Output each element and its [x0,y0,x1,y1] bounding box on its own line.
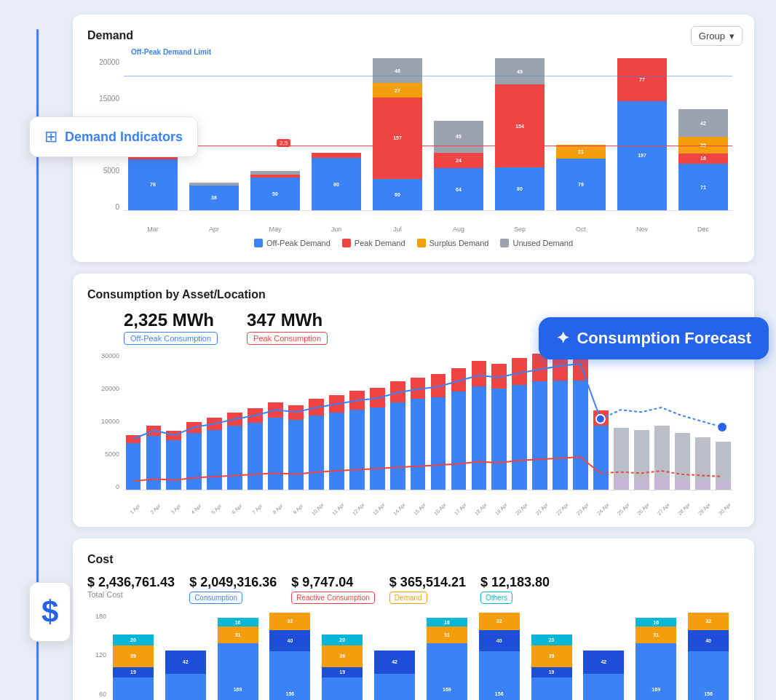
total-cost-stat: $ 2,436,761.43 Total Cost [87,575,175,604]
demand-x-label: May [246,226,304,233]
bar-peak-cons [431,374,446,397]
bar-cons [472,386,487,490]
cost-bar-bar-cost-cons: 107 [322,677,363,700]
cons-bar-group [368,352,387,490]
cost-bar-group: 42114 [162,613,210,700]
consumption-cost-value: $ 2,049,316.36 [189,575,277,590]
cost-bar-bar-cost-cons: 107 [113,677,154,700]
bar-forecast [695,437,710,481]
cons-x-label: 12 Apr [350,501,367,517]
cons-x-label: 23 Apr [574,501,590,517]
bar-peak-cons [329,395,344,413]
demand-cost-stat: $ 365,514.21 Demand [389,575,466,604]
cons-x-label: 21 Apr [534,501,550,517]
demand-indicators-badge[interactable]: ⊞ Demand Indicators [29,116,198,157]
cons-bar-group [408,352,427,490]
cons-bar-group [470,352,488,490]
bar-cons [248,423,263,490]
cons-bar-group [388,352,407,490]
cost-bar-bar-cost-reactive: 19 [322,667,363,677]
bar-peak-cons [349,391,365,410]
bar-forecast-peak [614,478,629,490]
reactive-cost-value: $ 9,747.04 [291,575,353,590]
demand-x-label: Jul [368,226,427,233]
cost-bar-bar-cost-demand: 32 [269,613,310,630]
cost-bar-bar-cost-demand: 39 [113,645,154,667]
bar-peak-cons [186,422,202,434]
bar-segment-bar-unused: 48 [373,58,422,83]
bar-segment-bar-offpeak: 80 [312,158,361,210]
bar-peak-cons [512,358,527,385]
cons-x-label: 28 Apr [676,501,692,517]
bar-cons [451,391,467,490]
demand-x-label: Jun [307,226,365,233]
bar-cons [329,413,344,490]
consumption-forecast-badge[interactable]: ✦ Consumption Forecast [539,317,769,359]
cons-bar-group [287,352,306,490]
cost-bar-bar-cost-cons: 156 [269,651,310,700]
sparkle-icon: ✦ [556,329,569,348]
demand-bar-group: 492464 [429,58,488,210]
cost-bar-bar-cost-cons: 107 [531,677,572,700]
cons-y-labels: 30000 20000 10000 5000 0 [87,352,124,490]
demand-bar-group: 77197 [613,58,671,210]
bar-peak-cons [309,399,324,415]
bar-cons [309,415,324,490]
bar-segment-bar-peak: 154 [495,84,545,167]
cost-chart: 180 120 60 0 203919107421141631169324015… [87,613,740,700]
cost-bar-bar-cost-cons: 169 [427,643,467,700]
cost-bar-bar-cost-cons: 156 [688,651,729,700]
bar-cons [146,436,162,490]
cons-x-label: 24 Apr [594,501,611,517]
demand-bar-group: 482715760 [368,58,427,210]
demand-bar-group: 4915480 [491,58,549,210]
bar-peak-cons [390,381,405,402]
bar-segment-bar-peak [312,153,361,158]
offpeak-stat: 2,325 MWh Off-Peak Consumption [124,310,218,345]
demand-indicators-label: Demand Indicators [65,130,183,145]
cons-bar-group [449,352,468,490]
cost-bar-group: 1631169 [214,613,262,700]
cons-bar-group [571,352,590,490]
bar-cons [512,385,527,490]
bar-segment-bar-unused: 49 [495,58,545,84]
bar-forecast-peak [695,480,710,490]
cost-bar-bar-cost-reactive: 40 [479,630,520,652]
surplus-legend-label: Surplus Demand [429,239,489,247]
cost-bar-bar-cost-cons: 114 [583,674,624,701]
cons-bar-group [266,352,285,490]
cons-x-label: 3 Apr [167,501,184,517]
consumption-cost-stat: $ 2,049,316.36 Consumption [189,575,277,604]
bar-cons [553,381,568,490]
bar-cons [532,381,547,490]
cost-bar-bar-cost-others: 20 [113,635,154,645]
bar-segment-bar-unused: 42 [678,109,728,137]
bar-forecast [716,442,731,482]
bar-forecast-peak [634,479,649,490]
cons-bar-group [612,352,631,490]
reactive-cost-tag: Reactive Consumption [291,592,375,604]
cons-x-label: 22 Apr [553,501,570,517]
bar-segment-bar-surplus: 27 [373,83,422,97]
cons-bar-group [327,352,346,490]
bar-cons [411,399,426,490]
cost-bar-group: 3240156 [475,613,523,700]
bar-segment-bar-peak: 77 [617,58,667,101]
cons-bar-group [246,352,265,490]
demand-bars: 1578385080482715760492464491548021797719… [124,58,732,211]
bar-segment-bar-unused: 49 [434,121,483,153]
cons-bar-group [490,352,509,490]
bar-forecast [675,433,690,480]
bar-segment-bar-offpeak: 64 [434,168,483,210]
bar-segment-bar-peak: 16 [678,154,728,164]
bar-segment-bar-peak: 24 [434,153,483,169]
cost-bar-bar-cost-others: 16 [218,618,258,627]
cost-badge: $ [29,582,71,642]
bar-peak-cons [146,426,162,436]
total-cost-value: $ 2,436,761.43 [87,575,175,590]
consumption-cost-tag: Consumption [189,592,242,604]
cost-bar-bar-cost-demand: 32 [479,613,520,630]
cons-bar-group [306,352,325,490]
bar-peak-cons [411,378,426,399]
group-dropdown[interactable]: Group ▾ [691,26,743,46]
